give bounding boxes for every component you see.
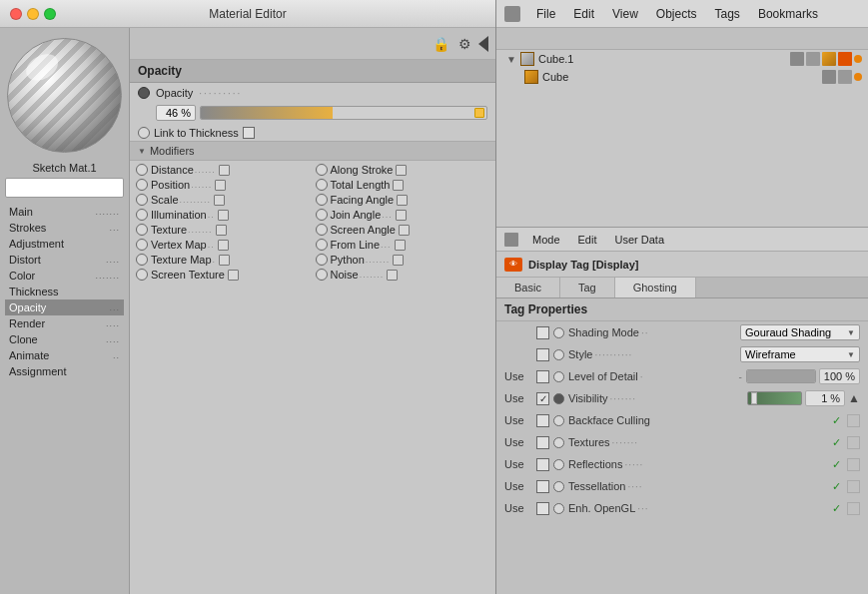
opengl-value-checkbox[interactable] [847,502,860,515]
tess-value-checkbox[interactable] [847,480,860,493]
sidebar-item-assignment[interactable]: Assignment [5,363,124,379]
mod-python-radio[interactable] [316,254,328,266]
link-checkbox[interactable] [243,127,255,139]
material-search[interactable]: ▶ [5,178,124,198]
close-button[interactable] [10,8,22,20]
minimize-button[interactable] [27,8,39,20]
mod-screenangle-radio[interactable] [316,224,328,236]
menu-objects[interactable]: Objects [648,4,705,24]
tree-item-cube[interactable]: Cube [496,68,868,86]
sidebar-item-thickness[interactable]: Thickness [5,284,124,299]
mod-python-check[interactable] [393,255,404,266]
lod-radio[interactable] [553,371,564,382]
sidebar-item-clone[interactable]: Clone .... [5,331,124,347]
mod-noise-radio[interactable] [316,269,328,281]
collapse-icon[interactable] [478,36,488,52]
search-input[interactable] [9,183,136,194]
opacity-radio[interactable] [138,87,150,99]
style-use-checkbox[interactable] [536,348,549,361]
lod-slider[interactable] [746,369,816,383]
textures-radio[interactable] [553,437,564,448]
mod-facing-check[interactable] [397,195,408,206]
mod-totallen-check[interactable] [393,180,404,191]
style-radio[interactable] [553,349,564,360]
mod-totallen-radio[interactable] [316,179,328,191]
expand-triangle-icon[interactable]: ▼ [138,147,146,156]
vis-slider[interactable] [747,391,802,405]
mod-illum-radio[interactable] [136,209,148,221]
sidebar-item-distort[interactable]: Distort .... [5,252,124,268]
mod-facing-radio[interactable] [316,194,328,206]
mod-position-check[interactable] [215,180,226,191]
vis-radio[interactable] [553,393,564,404]
menu-file[interactable]: File [528,4,563,24]
sidebar-item-render[interactable]: Render .... [5,315,124,331]
shading-dropdown[interactable]: Gouraud Shading ▼ [740,324,860,340]
tab-ghosting[interactable]: Ghosting [615,278,696,297]
mod-noise-check[interactable] [387,270,398,281]
mod-distance-check[interactable] [219,165,230,176]
backface-use-checkbox[interactable] [536,414,549,427]
lod-use-checkbox[interactable] [536,370,549,383]
mod-join-check[interactable] [396,210,407,221]
mod-along-radio[interactable] [316,164,328,176]
backface-radio[interactable] [553,415,564,426]
textures-use-checkbox[interactable] [536,436,549,449]
mod-texturemap-check[interactable] [219,255,230,266]
mod-position-radio[interactable] [136,179,148,191]
sidebar-item-color[interactable]: Color ....... [5,268,124,284]
maximize-button[interactable] [44,8,56,20]
mod-vertexmap-radio[interactable] [136,239,148,251]
tab-tag[interactable]: Tag [560,278,615,297]
textures-value-checkbox[interactable] [847,436,860,449]
mod-along-check[interactable] [396,165,407,176]
mod-fromline-check[interactable] [395,240,406,251]
mod-illum-check[interactable] [218,210,229,221]
reflections-value-checkbox[interactable] [847,458,860,471]
menu-view[interactable]: View [604,4,646,24]
tess-radio[interactable] [553,481,564,492]
menu-tags[interactable]: Tags [707,4,748,24]
reflections-use-checkbox[interactable] [536,458,549,471]
link-radio[interactable] [138,127,150,139]
sidebar-item-main[interactable]: Main ....... [5,204,124,220]
mod-texturemap-radio[interactable] [136,254,148,266]
settings-icon[interactable]: ⚙ [454,34,474,54]
sidebar-item-adjustment[interactable]: Adjustment [5,236,124,252]
bottom-menu-edit[interactable]: Edit [570,232,605,248]
mod-screentex-radio[interactable] [136,269,148,281]
vis-use-checkbox[interactable] [536,392,549,405]
vis-stepper-up[interactable]: ▲ [848,391,860,405]
mod-scale-radio[interactable] [136,194,148,206]
tree-item-cube1[interactable]: ▼ Cube.1 [496,50,868,68]
opengl-use-checkbox[interactable] [536,502,549,515]
reflections-radio[interactable] [553,459,564,470]
mod-screenangle-check[interactable] [399,225,410,236]
bottom-menu-userdata[interactable]: User Data [607,232,673,248]
mod-texture-radio[interactable] [136,224,148,236]
tab-basic[interactable]: Basic [496,278,560,297]
sidebar-item-animate[interactable]: Animate .. [5,347,124,363]
mod-scale-check[interactable] [214,195,225,206]
mod-texture-check[interactable] [216,225,227,236]
lock-icon[interactable]: 🔒 [431,34,450,54]
menu-bookmarks[interactable]: Bookmarks [750,4,826,24]
backface-value-checkbox[interactable] [847,414,860,427]
sidebar-item-strokes[interactable]: Strokes ... [5,220,124,236]
mod-screentex-check[interactable] [228,270,239,281]
mod-vertexmap-check[interactable] [218,240,229,251]
bottom-menu-mode[interactable]: Mode [524,232,568,248]
sidebar-item-opacity[interactable]: Opacity ... [5,299,124,315]
tess-use-checkbox[interactable] [536,480,549,493]
opacity-slider[interactable] [200,106,487,120]
mod-distance-radio[interactable] [136,164,148,176]
style-dropdown[interactable]: Wireframe ▼ [740,346,860,362]
opengl-radio[interactable] [553,503,564,514]
shading-radio[interactable] [553,327,564,338]
shading-use-checkbox[interactable] [536,326,549,339]
tree-expand-icon[interactable]: ▼ [506,54,516,64]
opacity-value[interactable]: 46 % [156,105,196,121]
mod-join-radio[interactable] [316,209,328,221]
mod-fromline-radio[interactable] [316,239,328,251]
menu-edit[interactable]: Edit [565,4,602,24]
